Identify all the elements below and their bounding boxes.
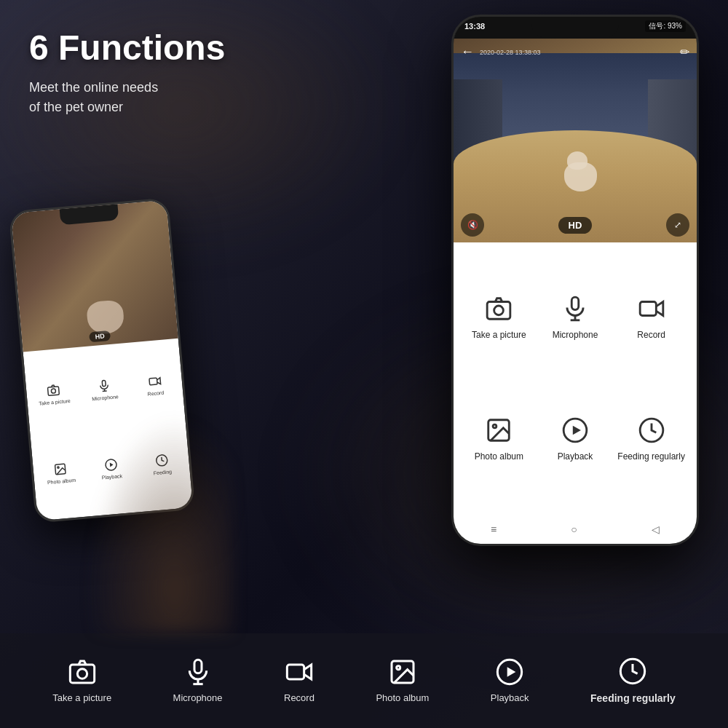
page-subtitle: Meet the online needs of the pet owner [29, 78, 225, 117]
volume-button[interactable]: 🔇 [461, 213, 484, 237]
bottom-bar: Take a picture Microphone Record [0, 633, 728, 728]
func-microphone[interactable]: Microphone [537, 257, 614, 379]
func-take-picture[interactable]: Take a picture [461, 257, 537, 379]
func-feeding-label: Feeding regularly [617, 451, 685, 463]
svg-marker-20 [573, 425, 581, 435]
func-playback-label: Playback [558, 451, 593, 463]
small-func-photo-album[interactable]: Photo album [34, 434, 87, 513]
camera-topbar-left: ← 2020-02-28 13:38:03 [461, 44, 541, 60]
bottom-playback-label: Playback [491, 692, 529, 705]
cat-body [564, 162, 597, 191]
svg-point-23 [77, 668, 87, 678]
bottom-microphone[interactable]: Microphone [173, 657, 223, 705]
func-record[interactable]: Record [613, 257, 689, 379]
bottom-feeding[interactable]: Feeding regularly [590, 657, 676, 705]
bottom-photo-album[interactable]: Photo album [376, 657, 429, 705]
svg-point-18 [493, 424, 496, 428]
nav-menu[interactable]: ≡ [491, 523, 496, 535]
svg-rect-24 [194, 660, 202, 673]
edit-button[interactable]: ✏ [680, 45, 689, 59]
bottom-microphone-label: Microphone [173, 692, 223, 705]
func-take-picture-label: Take a picture [472, 330, 526, 341]
back-button[interactable]: ← [461, 44, 474, 60]
svg-rect-0 [48, 386, 60, 395]
cat-small [86, 299, 125, 335]
phone-small-video: HD [11, 199, 178, 352]
hd-badge[interactable]: HD [558, 217, 593, 234]
bottom-take-picture-label: Take a picture [52, 692, 111, 705]
svg-marker-31 [507, 667, 516, 676]
camera-view: ← 2020-02-28 13:38:03 ✏ 🔇 [454, 39, 697, 242]
svg-point-29 [397, 665, 400, 669]
camera-topbar: ← 2020-02-28 13:38:03 ✏ [461, 44, 689, 60]
func-feeding[interactable]: Feeding regularly [613, 379, 689, 500]
phone-main: 13:38 信号: 93% ← 2020-02-28 13:38:03 ✏ [451, 15, 699, 546]
nav-home[interactable]: ○ [571, 523, 577, 535]
statusbar-signal: 信号: 93% [645, 20, 686, 32]
svg-rect-27 [287, 665, 304, 679]
small-func-take-picture[interactable]: Take a picture [27, 355, 80, 434]
phone-main-statusbar: 13:38 信号: 93% [464, 20, 686, 32]
camera-timestamp: 2020-02-28 13:38:03 [480, 49, 541, 56]
page-title: 6 Functions [29, 29, 225, 68]
svg-rect-22 [70, 665, 94, 683]
func-photo-album[interactable]: Photo album [461, 379, 537, 500]
svg-line-4 [103, 391, 107, 392]
headline-block: 6 Functions Meet the online needs of the… [29, 29, 225, 117]
func-microphone-label: Microphone [553, 330, 598, 341]
svg-point-1 [51, 388, 56, 393]
statusbar-time: 13:38 [464, 22, 485, 31]
bottom-photo-album-label: Photo album [376, 692, 429, 705]
bottom-record[interactable]: Record [284, 657, 314, 705]
svg-point-12 [494, 306, 504, 315]
android-nav: ≡ ○ ◁ [454, 515, 697, 544]
cat-figure [558, 151, 602, 191]
func-photo-album-label: Photo album [475, 451, 523, 463]
phone-small-hd-badge: HD [89, 331, 111, 342]
bottom-playback[interactable]: Playback [491, 657, 529, 705]
nav-back[interactable]: ◁ [652, 523, 660, 535]
func-playback[interactable]: Playback [537, 379, 614, 500]
svg-rect-5 [149, 378, 157, 385]
svg-rect-2 [102, 380, 106, 387]
svg-point-7 [58, 467, 59, 468]
camera-bottom-controls: 🔇 HD ⤢ [461, 213, 689, 237]
small-func-record[interactable]: Record [128, 346, 181, 425]
func-record-label: Record [637, 330, 665, 341]
hand-silhouette [87, 415, 233, 633]
function-grid: Take a picture Microphone [454, 242, 697, 515]
svg-rect-16 [640, 301, 656, 315]
svg-rect-13 [571, 297, 579, 309]
bottom-record-label: Record [284, 692, 314, 705]
bottom-feeding-label: Feeding regularly [590, 692, 676, 705]
svg-rect-11 [487, 301, 510, 319]
phone-main-body: 13:38 信号: 93% ← 2020-02-28 13:38:03 ✏ [451, 15, 699, 546]
bottom-take-picture[interactable]: Take a picture [52, 657, 111, 705]
fullscreen-button[interactable]: ⤢ [666, 213, 689, 237]
phone-main-screen: ← 2020-02-28 13:38:03 ✏ 🔇 [454, 17, 697, 544]
